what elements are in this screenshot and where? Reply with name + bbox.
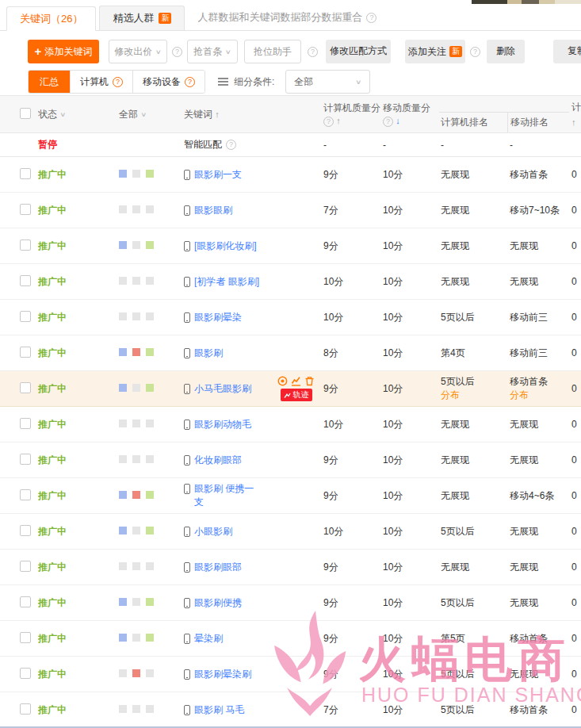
cell-mobile-quality: 10分 — [380, 525, 439, 538]
row-checkbox[interactable] — [20, 418, 31, 429]
tab-audience[interactable]: 精选人群 新 — [99, 6, 185, 30]
row-checkbox[interactable] — [20, 382, 31, 393]
add-keyword-button[interactable]: 添加关键词 — [28, 40, 99, 63]
delete-button[interactable]: 删除 — [487, 40, 525, 63]
help-icon[interactable] — [308, 47, 318, 57]
keyword-link[interactable]: 小马毛眼影刷 — [194, 382, 251, 396]
header-mobile-rank[interactable]: 移动排名 — [507, 113, 569, 132]
row-checkbox[interactable] — [20, 454, 31, 465]
row-checkbox[interactable] — [20, 703, 31, 715]
chevron-down-icon — [155, 44, 162, 59]
help-icon[interactable] — [185, 77, 195, 87]
keyword-link[interactable]: 眼影刷晕染 — [194, 311, 242, 324]
keyword-link[interactable]: 眼影刷一支 — [194, 168, 242, 182]
keyword-link[interactable]: 眼影刷 — [194, 347, 223, 360]
copy-button[interactable]: 复制 — [553, 40, 581, 63]
cell-bid-clipped: 0 — [569, 240, 581, 251]
help-icon[interactable] — [226, 140, 236, 150]
segment-mobile[interactable]: 移动设备 — [132, 71, 204, 93]
delete-icon[interactable] — [304, 376, 315, 386]
keyword-link[interactable]: [初学者 眼影刷] — [194, 275, 259, 289]
distribution-link[interactable]: 分布 — [441, 389, 507, 402]
segment-condition-select[interactable]: 全部 — [285, 70, 370, 94]
target-rank-icon[interactable] — [277, 376, 288, 386]
keyword-link[interactable]: 眼影刷便携 — [194, 596, 242, 610]
modify-bid-button[interactable]: 修改出价 — [109, 40, 167, 63]
cell-bid-clipped: 0 — [569, 669, 581, 680]
mobile-device-icon — [184, 241, 190, 251]
keyword-link[interactable]: 晕染刷 — [194, 632, 223, 646]
row-checkbox[interactable] — [20, 239, 31, 251]
row-status: 推广中 — [38, 561, 67, 573]
mobile-device-icon — [184, 669, 190, 680]
cell-bid-clipped: 0 — [569, 205, 581, 216]
row-checkbox[interactable] — [20, 347, 31, 358]
keyword-link[interactable]: 眼影刷眼部 — [194, 561, 242, 574]
header-status[interactable]: 状态 — [38, 108, 117, 121]
row-status: 推广中 — [38, 383, 67, 394]
row-checkbox[interactable] — [20, 525, 31, 536]
keyword-link[interactable]: 眼影刷 便携一支 — [194, 482, 262, 509]
cell-mobile-quality: 10分 — [380, 347, 439, 360]
row-checkbox[interactable] — [20, 168, 31, 179]
keyword-link[interactable]: [眼影刷化妆刷] — [194, 239, 257, 253]
help-icon[interactable] — [470, 47, 480, 57]
row-checkbox[interactable] — [20, 561, 31, 572]
distribution-link[interactable]: 分布 — [510, 389, 569, 402]
header-computer-quality[interactable]: 计算机质量分 ↑ — [320, 102, 380, 127]
header-mobile-quality[interactable]: 移动质量分 ↓ — [380, 102, 439, 127]
row-checkbox[interactable] — [20, 489, 31, 500]
trend-chart-icon[interactable] — [291, 376, 301, 386]
cell-mobile-rank: 移动首条 分布 — [507, 375, 569, 402]
table-row: 推广中 眼影刷 8分 10分 第4页 移动前三 0 — [0, 335, 581, 371]
help-icon[interactable] — [323, 117, 334, 127]
add-watch-button[interactable]: 添加关注 新 — [405, 40, 465, 63]
row-checkbox[interactable] — [20, 204, 31, 215]
keyword-link[interactable]: 眼影刷 马毛 — [194, 703, 244, 717]
segment-condition-value: 全部 — [294, 75, 313, 89]
cell-mobile-quality: 10分 — [380, 632, 439, 646]
header-computer-rank[interactable]: 计算机排名 — [439, 116, 507, 129]
trace-badge[interactable]: 轨迹 — [281, 389, 312, 401]
segment-summary-label: 汇总 — [40, 75, 59, 89]
segment-summary[interactable]: 汇总 — [29, 71, 70, 93]
help-icon[interactable] — [113, 77, 123, 87]
header-mobile-rank-label: 移动排名 — [510, 116, 549, 129]
segment-computer[interactable]: 计算机 — [70, 71, 132, 93]
header-creative-label: 全部 — [119, 109, 138, 120]
tab-keywords[interactable]: 关键词（26） — [6, 6, 96, 31]
row-checkbox[interactable] — [20, 596, 31, 607]
computer-rank-value: 无展现 — [441, 490, 469, 501]
keyword-link[interactable]: 小眼影刷 — [194, 525, 232, 538]
row-status: 推广中 — [38, 633, 67, 644]
header-keyword[interactable]: 关键词 ↑ — [184, 108, 320, 121]
select-all-checkbox[interactable] — [20, 108, 31, 119]
row-checkbox[interactable] — [20, 668, 31, 679]
keyword-link[interactable]: 眼影刷动物毛 — [194, 418, 251, 431]
cell-bid-clipped: 0 — [569, 419, 581, 430]
grab-top-button[interactable]: 抢首条 — [187, 40, 238, 63]
help-icon[interactable] — [366, 13, 377, 23]
keyword-link[interactable]: 化妆刷眼部 — [194, 454, 242, 467]
modify-match-button[interactable]: 修改匹配方式 — [326, 40, 391, 63]
help-icon[interactable] — [383, 117, 393, 127]
cell-mobile-quality: 10分 — [380, 311, 439, 324]
help-icon[interactable] — [172, 47, 182, 57]
keyword-link[interactable]: 眼影刷晕染刷 — [194, 668, 251, 681]
cell-mobile-rank: - — [507, 140, 569, 151]
row-checkbox[interactable] — [20, 311, 31, 322]
table-row: 推广中 眼影眼刷 7分 10分 无展现 移动7~10条 0 — [0, 193, 581, 228]
rank-assistant-button[interactable]: 抢位助手 — [244, 40, 301, 63]
row-checkbox[interactable] — [20, 632, 31, 643]
creative-indicator — [117, 169, 184, 180]
copy-label: 复制 — [568, 45, 581, 56]
row-checkbox[interactable] — [20, 275, 31, 286]
cell-computer-quality: 9分 — [320, 382, 380, 396]
header-creative[interactable]: 全部 — [117, 108, 184, 121]
header-bid-clipped[interactable]: 计 ↑ — [569, 96, 581, 132]
mobile-rank-value: 移动首条 — [510, 376, 548, 387]
cell-mobile-rank: 无展现 — [507, 454, 569, 467]
cell-computer-rank: 5页以后 — [439, 596, 507, 610]
table-row: 推广中 [眼影刷化妆刷] 9分 10分 无展现 无展现 0 — [0, 228, 581, 264]
keyword-link[interactable]: 眼影眼刷 — [194, 204, 232, 217]
